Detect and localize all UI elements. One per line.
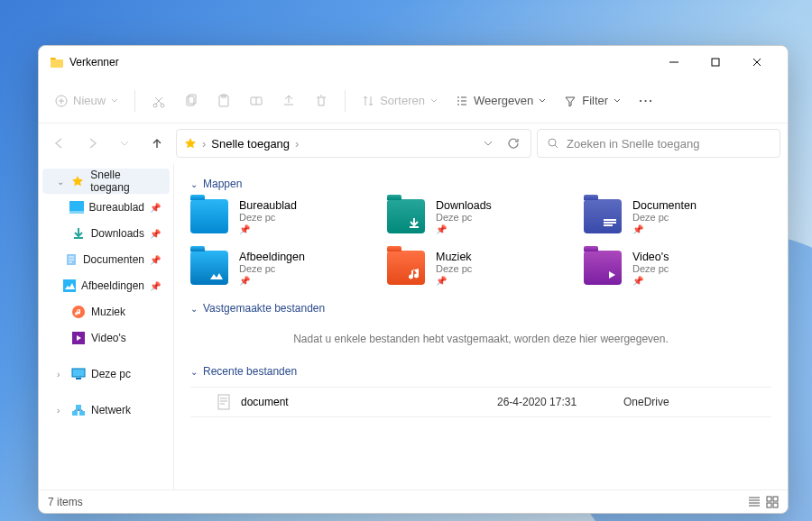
sort-button[interactable]: Sorteren (355, 85, 445, 117)
sidebar-label: Documenten (83, 253, 144, 266)
pc-icon (71, 367, 86, 381)
svg-rect-10 (69, 201, 84, 211)
recent-dropdown[interactable] (111, 130, 138, 157)
cut-button[interactable] (144, 85, 173, 117)
folder-muziek[interactable]: MuziekDeze pc📌 (387, 251, 575, 286)
chevron-icon: › (57, 370, 66, 379)
close-button[interactable] (737, 49, 777, 76)
view-button[interactable]: Weergeven (448, 85, 553, 117)
svg-rect-16 (72, 369, 85, 377)
details-view-button[interactable] (748, 496, 761, 508)
sidebar-label: Video's (91, 332, 126, 344)
sidebar-item-muziek[interactable]: Muziek (42, 299, 170, 324)
section-recent[interactable]: ⌄Recente bestanden (190, 365, 771, 378)
sidebar-label: Snelle toegang (90, 169, 161, 194)
svg-rect-13 (63, 279, 76, 292)
delete-button[interactable] (307, 85, 336, 117)
folder-icon (387, 251, 425, 285)
item-count: 7 items (48, 496, 83, 508)
svg-rect-11 (69, 211, 84, 214)
section-folders[interactable]: ⌄Mappen (190, 178, 771, 190)
svg-rect-25 (773, 503, 778, 507)
new-button[interactable]: Nieuw (48, 85, 125, 117)
icons-view-button[interactable] (766, 496, 779, 508)
sidebar-item-bureaublad[interactable]: Bureaublad📌 (42, 195, 170, 220)
search-icon (547, 137, 559, 150)
pin-icon: 📌 (150, 255, 161, 265)
svg-rect-21 (218, 395, 229, 409)
explorer-window: Verkenner Nieuw Sorteren Weergeven (38, 45, 789, 514)
svg-rect-0 (712, 59, 719, 66)
folder-grid: BureaubladDeze pc📌DownloadsDeze pc📌Docum… (190, 199, 771, 286)
sidebar: ⌄Snelle toegangBureaublad📌Downloads📌Docu… (39, 163, 174, 489)
pin-icon: 📌 (150, 229, 161, 239)
videos-icon (71, 331, 86, 345)
pictures-icon (63, 279, 76, 293)
sidebar-item-documenten[interactable]: Documenten📌 (42, 247, 170, 272)
pin-icon: 📌 (436, 276, 472, 286)
folder-documenten[interactable]: DocumentenDeze pc📌 (584, 199, 771, 234)
statusbar: 7 items (39, 489, 788, 513)
pinned-empty-text: Nadat u enkele bestanden hebt vastgemaak… (190, 324, 771, 360)
share-button[interactable] (274, 85, 303, 117)
window-title: Verkenner (69, 56, 119, 69)
downloads-icon (71, 226, 86, 241)
forward-button[interactable] (78, 130, 106, 157)
folder-downloads[interactable]: DownloadsDeze pc📌 (387, 199, 575, 234)
folder-video's[interactable]: Video'sDeze pc📌 (584, 251, 771, 286)
sidebar-item-videos[interactable]: Video's (42, 325, 170, 351)
copy-button[interactable] (177, 85, 206, 117)
sidebar-label: Netwerk (91, 404, 131, 416)
file-icon (217, 394, 232, 410)
maximize-button[interactable] (696, 49, 735, 76)
window-controls (654, 49, 777, 76)
music-icon (71, 305, 86, 319)
svg-rect-22 (767, 497, 771, 501)
titlebar: Verkenner (39, 46, 788, 78)
paste-button[interactable] (209, 85, 238, 117)
pin-icon: 📌 (150, 281, 161, 291)
rename-button[interactable] (242, 85, 271, 117)
body: ⌄Snelle toegangBureaublad📌Downloads📌Docu… (39, 163, 788, 489)
app-icon (50, 55, 64, 69)
sidebar-item-dezepc[interactable]: ›Deze pc (42, 361, 170, 387)
up-button[interactable] (143, 130, 171, 157)
svg-rect-17 (76, 378, 81, 379)
breadcrumb[interactable]: › Snelle toegang › (176, 129, 531, 158)
recent-file[interactable]: document26-4-2020 17:31OneDrive (190, 387, 771, 417)
search-input[interactable]: Zoeken in Snelle toegang (537, 129, 780, 158)
sidebar-label: Afbeeldingen (81, 279, 144, 292)
filter-button[interactable]: Filter (557, 85, 628, 117)
folder-icon (584, 251, 622, 285)
folder-icon (190, 199, 228, 233)
back-button[interactable] (46, 130, 73, 157)
sidebar-item-snelletoegang[interactable]: ⌄Snelle toegang (42, 169, 170, 194)
pin-icon: 📌 (239, 224, 297, 234)
network-icon (71, 403, 86, 417)
sidebar-item-downloads[interactable]: Downloads📌 (42, 221, 170, 246)
sidebar-label: Deze pc (91, 368, 131, 380)
folder-bureaublad[interactable]: BureaubladDeze pc📌 (190, 199, 378, 234)
svg-rect-23 (773, 497, 778, 501)
section-pinned[interactable]: ⌄Vastgemaakte bestanden (190, 302, 771, 315)
svg-rect-18 (76, 405, 81, 409)
pin-icon: 📌 (632, 224, 697, 234)
sidebar-item-netwerk[interactable]: ›Netwerk (42, 398, 170, 423)
folder-icon (584, 199, 622, 233)
minimize-button[interactable] (654, 49, 694, 76)
folder-icon (190, 251, 228, 285)
svg-rect-24 (767, 503, 771, 507)
pin-icon: 📌 (239, 276, 305, 286)
breadcrumb-current[interactable]: Snelle toegang (211, 137, 290, 151)
more-button[interactable]: ··· (632, 85, 661, 117)
sidebar-label: Muziek (91, 306, 125, 318)
chevron-icon: ⌄ (57, 177, 66, 187)
sidebar-item-afbeeldingen[interactable]: Afbeeldingen📌 (42, 273, 170, 298)
folder-afbeeldingen[interactable]: AfbeeldingenDeze pc📌 (190, 251, 378, 286)
svg-rect-19 (72, 411, 78, 416)
desktop-icon (69, 200, 84, 215)
toolbar: Nieuw Sorteren Weergeven Filter ··· (39, 78, 788, 123)
svg-rect-20 (79, 411, 85, 416)
refresh-button[interactable] (503, 133, 523, 153)
breadcrumb-dropdown[interactable] (478, 133, 498, 153)
